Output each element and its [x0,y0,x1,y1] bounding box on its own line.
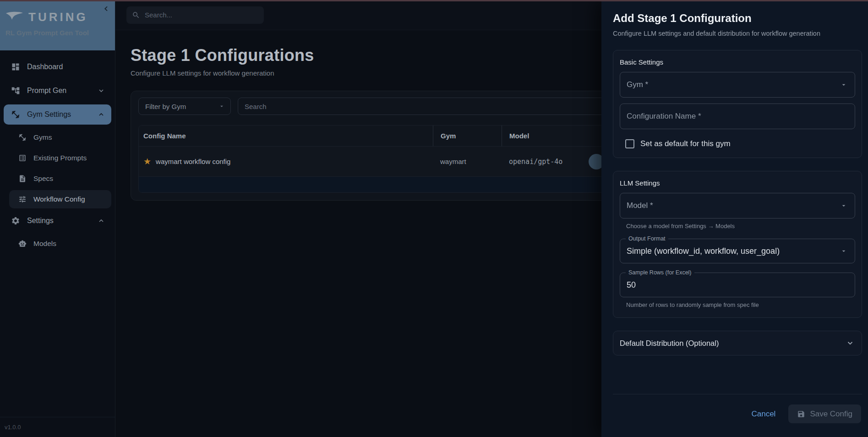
checkbox-label: Set as default for this gym [640,139,731,148]
output-format-label: Output Format [626,235,668,242]
sidebar-item-label: Gyms [33,133,52,142]
drawer-actions: Cancel Save Config [613,394,862,423]
sidebar-item-gyms[interactable]: Gyms [9,128,111,147]
chevron-down-icon [218,103,225,109]
chevron-down-icon [840,247,847,255]
chevron-up-icon [98,111,105,118]
add-configuration-drawer: Add Stage 1 Configuration Configure LLM … [601,0,868,437]
configuration-name-field[interactable] [620,104,855,129]
sidebar-item-models[interactable]: Models [9,235,111,253]
chevron-down-icon [846,339,854,347]
sliders-icon [18,195,27,203]
brand-logo: TURING [5,10,109,24]
save-config-label: Save Config [810,410,852,419]
sidebar-item-dashboard[interactable]: Dashboard [4,57,111,77]
dashboard-icon [11,62,20,71]
model-select[interactable]: Model * [620,193,855,218]
drawer-subtitle: Configure LLM settings and default distr… [613,30,862,37]
cancel-button[interactable]: Cancel [751,410,775,419]
sidebar: TURING RL Gym Prompt Gen Tool Dashboard … [0,0,115,437]
gym-select[interactable]: Gym * [620,72,855,98]
chevron-left-icon [103,5,110,12]
app-version: v1.0.0 [0,417,115,437]
top-accent-strip [0,0,868,1]
sidebar-item-label: Dashboard [27,63,105,71]
basic-settings-section: Basic Settings Gym * Set as default for … [613,50,862,158]
list-icon [18,154,27,162]
sidebar-item-label: Workflow Config [33,195,85,203]
default-gym-checkbox-row[interactable]: Set as default for this gym [620,139,855,148]
sidebar-item-specs[interactable]: Specs [9,169,111,188]
drawer-title: Add Stage 1 Configuration [613,12,862,25]
gear-icon [11,216,20,225]
sidebar-item-gym-settings[interactable]: Gym Settings [4,104,111,125]
document-icon [18,175,27,183]
sidebar-item-label: Gym Settings [27,110,98,119]
sidebar-item-label: Prompt Gen [27,87,98,95]
filter-by-gym-select[interactable]: Filter by Gym [138,98,231,115]
sample-rows-field[interactable]: Sample Rows (for Excel) 50 [620,273,855,297]
default-distribution-heading: Default Distribution (Optional) [620,339,719,348]
sidebar-item-label: Models [33,240,56,248]
output-format-value: Simple (workflow_id, workflow, user_goal… [627,246,780,256]
sidebar-item-settings[interactable]: Settings [4,211,111,231]
default-star-icon: ★ [143,157,151,166]
sidebar-item-label: Specs [33,175,53,183]
sidebar-nav: Dashboard Prompt Gen Gym Settings Gyms E… [0,50,115,417]
chevron-up-icon [98,217,105,224]
brand-subtitle: RL Gym Prompt Gen Tool [5,29,109,37]
default-distribution-accordion[interactable]: Default Distribution (Optional) [613,331,862,355]
workflow-tree-icon [11,86,20,95]
sample-rows-label: Sample Rows (for Excel) [626,269,694,276]
chevron-down-icon [840,202,847,209]
cell-gym: waymart [433,147,502,176]
llm-settings-heading: LLM Settings [620,179,855,187]
sidebar-collapse-button[interactable] [101,4,111,14]
gym-select-label: Gym * [627,80,648,89]
global-search-input[interactable] [145,11,258,19]
save-floppy-icon [797,410,805,418]
robot-icon [18,240,27,248]
output-format-select[interactable]: Output Format Simple (workflow_id, workf… [620,239,855,263]
chevron-down-icon [98,87,105,94]
sidebar-item-prompt-gen[interactable]: Prompt Gen [4,81,111,101]
column-header-gym: Gym [433,126,502,146]
checkbox-unchecked-icon[interactable] [625,139,634,148]
basic-settings-heading: Basic Settings [620,58,855,66]
config-name-text: waymart workflow config [156,158,230,165]
sidebar-item-existing-prompts[interactable]: Existing Prompts [9,149,111,167]
column-header-config-name: Config Name [139,126,433,146]
dumbbell-icon [18,133,27,142]
chevron-down-icon [840,81,847,88]
search-icon [132,11,140,19]
turing-logo-icon [5,11,24,24]
save-config-button[interactable]: Save Config [788,404,861,423]
global-search[interactable] [126,6,264,24]
sidebar-item-workflow-config[interactable]: Workflow Config [9,190,111,208]
filter-by-gym-label: Filter by Gym [145,103,186,110]
dumbbell-icon [11,110,20,119]
sidebar-item-label: Settings [27,217,98,225]
model-helper-text: Choose a model from Settings → Models [626,223,855,229]
sample-rows-value: 50 [627,280,636,290]
model-select-label: Model * [627,201,653,210]
llm-settings-section: LLM Settings Model * Choose a model from… [613,171,862,318]
brand-name: TURING [28,10,88,24]
cell-config-name: ★ waymart workflow config [139,147,433,176]
sidebar-header: TURING RL Gym Prompt Gen Tool [0,0,115,50]
sample-rows-helper-text: Number of rows to randomly sample from s… [626,301,855,308]
configuration-name-input[interactable] [627,112,847,121]
sidebar-item-label: Existing Prompts [33,154,87,162]
